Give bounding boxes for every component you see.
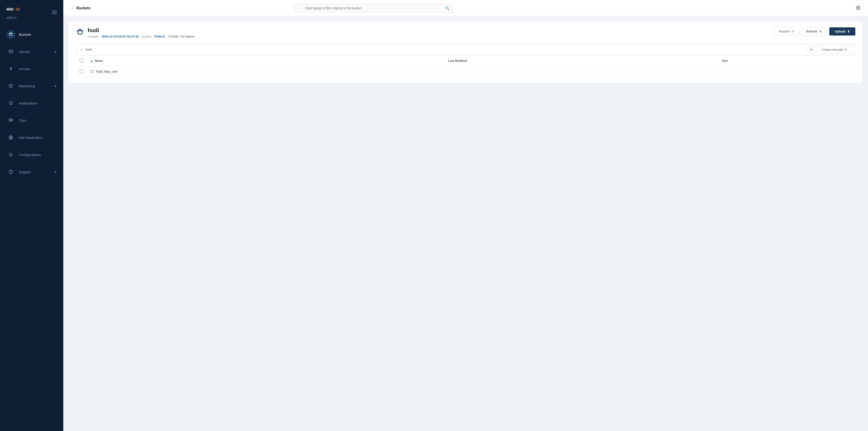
- path-text: hudi: [86, 48, 805, 51]
- sidebar-item-notifications[interactable]: λ Notifications: [0, 94, 63, 112]
- copy-icon: ⧉: [810, 48, 812, 51]
- column-checkbox: [76, 55, 87, 66]
- back-arrow-icon: ←: [70, 6, 74, 10]
- svg-text:MIN: MIN: [6, 7, 13, 11]
- refresh-label: Refresh: [806, 30, 817, 33]
- configurations-nav-icon-wrap: [6, 150, 16, 159]
- bucket-meta: Created: 0000-12-31T16:07:02-07:52 Acces…: [88, 35, 195, 38]
- sidebar-item-label-identity: Identity: [19, 50, 51, 54]
- site-replication-nav-icon-wrap: [6, 133, 16, 142]
- row-checkbox[interactable]: [80, 70, 83, 73]
- identity-nav-icon-wrap: [6, 47, 16, 56]
- sidebar-item-label-tiers: Tiers: [19, 119, 57, 122]
- rewind-label: Rewind: [779, 30, 789, 33]
- monitoring-chevron-icon: ▲: [54, 84, 57, 88]
- configurations-icon: [8, 152, 13, 157]
- column-name-label: Name: [95, 59, 103, 62]
- row-checkbox-cell: [76, 66, 87, 78]
- content-area: hudi Created: 0000-12-31T16:07:02-07:52 …: [63, 16, 868, 431]
- bucket-nav-icon-wrap: [6, 30, 16, 39]
- access-nav-icon-wrap: [6, 64, 16, 73]
- sidebar-item-support[interactable]: Support ▲: [0, 163, 63, 180]
- monitoring-icon: [8, 84, 13, 88]
- table-row: hudi_trips_cow -: [76, 66, 855, 78]
- sidebar-item-tiers[interactable]: Tiers: [0, 112, 63, 129]
- site-replication-icon: [8, 135, 13, 140]
- path-copy-button[interactable]: ⧉: [808, 46, 815, 53]
- objects-table: ▲ Name Last Modified Size: [76, 55, 855, 78]
- column-size[interactable]: Size: [718, 55, 855, 66]
- sidebar-item-label-access: Access: [19, 67, 57, 71]
- refresh-button[interactable]: Refresh ↻: [802, 27, 827, 36]
- search-bar: 🔍: [294, 4, 453, 12]
- sidebar-item-label-site-replication: Site Replication: [19, 136, 57, 140]
- sidebar-nav: Buckets Identity ▲ A: [0, 24, 63, 431]
- created-value: 0000-12-31T16:07:02-07:52: [102, 35, 139, 38]
- sidebar-item-access[interactable]: Access: [0, 60, 63, 77]
- svg-text:IO: IO: [16, 7, 20, 11]
- bucket-icon: [8, 32, 13, 37]
- monitoring-nav-icon-wrap: [6, 82, 16, 90]
- select-all-checkbox[interactable]: [80, 59, 83, 62]
- column-name[interactable]: ▲ Name: [87, 55, 445, 66]
- path-bar: ‹ hudi ⧉ Create new path ✎: [76, 44, 855, 55]
- sidebar-item-configurations[interactable]: Configurations: [0, 146, 63, 163]
- sidebar-item-label-notifications: Notifications: [19, 101, 57, 105]
- created-label: Created:: [88, 35, 99, 38]
- folder-icon: [90, 69, 94, 73]
- sidebar-item-label-monitoring: Monitoring: [19, 84, 51, 88]
- bucket-info: hudi Created: 0000-12-31T16:07:02-07:52 …: [88, 27, 195, 38]
- sidebar: MIN IO AGPLv3 Buckets: [0, 0, 63, 431]
- topbar: ← Buckets 🔍 ⚙: [63, 0, 868, 16]
- row-last-modified-cell: [445, 66, 718, 78]
- identity-chevron-icon: ▲: [54, 50, 57, 53]
- rewind-button[interactable]: Rewind ↺: [774, 27, 799, 36]
- bucket-header: hudi Created: 0000-12-31T16:07:02-07:52 …: [76, 27, 855, 38]
- svg-point-5: [10, 51, 11, 52]
- column-last-modified[interactable]: Last Modified: [445, 55, 718, 66]
- svg-point-14: [11, 173, 11, 173]
- back-label: Buckets: [76, 6, 90, 10]
- support-icon: [8, 170, 13, 174]
- upload-button[interactable]: Upload ⬆: [829, 27, 855, 35]
- svg-point-12: [10, 154, 11, 155]
- refresh-icon: ↻: [819, 30, 822, 33]
- svg-point-8: [10, 86, 11, 86]
- search-input[interactable]: [294, 4, 453, 12]
- access-value: PUBLIC: [154, 35, 165, 38]
- bucket-stats: 3.9 MiB - 55 Objects: [168, 35, 195, 38]
- main-area: ← Buckets 🔍 ⚙ hudi: [63, 0, 868, 431]
- tiers-nav-icon-wrap: [6, 116, 16, 125]
- folder-item[interactable]: hudi_trips_cow: [90, 69, 117, 73]
- sidebar-item-buckets[interactable]: Buckets: [0, 26, 63, 43]
- back-to-buckets-link[interactable]: ← Buckets: [70, 6, 90, 10]
- column-last-modified-label: Last Modified: [448, 59, 467, 62]
- notifications-icon: λ: [8, 101, 13, 105]
- create-path-button[interactable]: Create new path ✎: [817, 46, 851, 53]
- upload-label: Upload: [835, 30, 845, 33]
- table-header: ▲ Name Last Modified Size: [76, 55, 855, 66]
- create-path-label: Create new path: [822, 48, 843, 51]
- row-size-cell: -: [718, 66, 855, 78]
- settings-icon[interactable]: ⚙: [856, 4, 861, 11]
- search-icon: 🔍: [445, 6, 450, 10]
- support-nav-icon-wrap: [6, 167, 16, 176]
- access-icon: [8, 66, 13, 71]
- version-label: AGPLv3: [6, 16, 24, 20]
- tiers-icon: [8, 118, 13, 123]
- sidebar-item-site-replication[interactable]: Site Replication: [0, 129, 63, 146]
- row-name-cell: hudi_trips_cow: [87, 66, 445, 78]
- sidebar-item-identity[interactable]: Identity ▲: [0, 43, 63, 60]
- svg-text:λ: λ: [10, 102, 11, 104]
- bucket-name: hudi: [88, 27, 195, 33]
- sidebar-item-label-support: Support: [19, 170, 51, 174]
- hamburger-menu[interactable]: [52, 11, 57, 14]
- sidebar-item-monitoring[interactable]: Monitoring ▲: [0, 77, 63, 94]
- identity-icon: [8, 49, 13, 54]
- sidebar-item-label-buckets: Buckets: [19, 33, 57, 36]
- path-back-button[interactable]: ‹: [80, 47, 83, 53]
- table-body: hudi_trips_cow -: [76, 66, 855, 78]
- minio-logo: MIN IO AGPLv3: [6, 5, 24, 20]
- access-label: Access:: [142, 35, 152, 38]
- sort-arrow-icon: ▲: [90, 59, 93, 62]
